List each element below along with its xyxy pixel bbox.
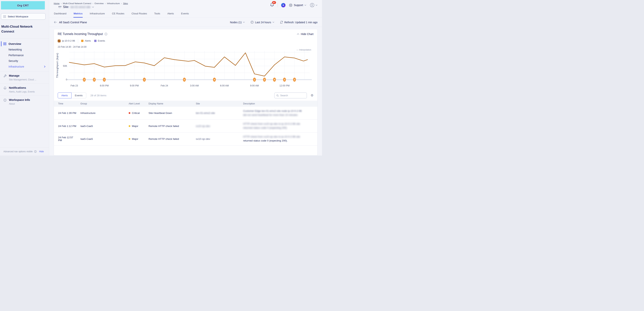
chevron-down-icon [92, 6, 94, 8]
breadcrumb-separator: › [105, 2, 106, 4]
breadcrumb-overview[interactable]: Overview [94, 2, 104, 4]
sidebar-item-label: Networking [8, 48, 22, 51]
ai-assistant-icon[interactable]: ✦ [281, 3, 286, 8]
cell-group: IaaS-CaaS [78, 132, 127, 145]
sidebar-item-infrastructure[interactable]: Infrastructure [0, 64, 49, 70]
items-count: 28 of 28 items [90, 94, 106, 97]
search-icon [276, 94, 279, 97]
gear-icon[interactable]: ⚙ [311, 94, 314, 97]
events-swatch [94, 40, 96, 42]
search-input[interactable] [280, 94, 305, 97]
breadcrumb-sites[interactable]: Sites [123, 2, 128, 4]
back-to-all-saas[interactable]: All SaaS Control Plane [54, 21, 87, 24]
breadcrumb-mcnc[interactable]: Multi-Cloud Network Connect [63, 2, 91, 4]
page-tabs: Dashboard Metrics Infrastructure CE Rout… [49, 10, 322, 18]
column-site[interactable]: Site [194, 101, 241, 107]
tab-metrics[interactable]: Metrics [74, 10, 83, 18]
sidebar-item-security[interactable]: Security [0, 58, 49, 64]
sidebar-item-performance[interactable]: Performance [0, 52, 49, 58]
section-title: Manage [9, 74, 36, 77]
tab-ce-routes[interactable]: CE Routes [112, 10, 124, 18]
svg-text:5: 5 [184, 78, 185, 81]
svg-text:3: 3 [284, 78, 285, 81]
chevron-down-icon [243, 22, 245, 23]
alerts-swatch [81, 40, 84, 42]
site-name-redacted: ten-01-emv2-site [70, 6, 90, 8]
cell-display-name: Remote HTTP check failed [146, 132, 194, 145]
notifications-bell-button[interactable]: 9+ [270, 2, 274, 8]
cell-group: Infrastructure [78, 107, 127, 120]
sidebar-item-overview[interactable]: Overview [0, 41, 49, 47]
cell-time: 24 Feb 1:39 PM [54, 107, 78, 120]
notification-count-badge: 9+ [272, 1, 276, 4]
alerts-tab-button[interactable]: Alerts [58, 92, 72, 98]
sidebar-item-networking[interactable]: Networking [0, 47, 49, 52]
events-tab-button[interactable]: Events [72, 92, 86, 98]
cell-group: IaaS-CaaS [78, 120, 127, 132]
nodes-dropdown[interactable]: Nodes (1) [230, 21, 245, 24]
life-ring-icon [289, 4, 292, 7]
refresh-button[interactable]: Refresh: Updated 1 min ago [280, 20, 318, 24]
active-indicator [1, 41, 2, 46]
select-workspace-label: Select Workspace [8, 15, 28, 18]
legend-node-label: ip-10-0-2-96 [62, 40, 75, 42]
search-box[interactable] [274, 92, 307, 98]
column-group[interactable]: Group [78, 101, 127, 107]
tab-cloud-routes[interactable]: Cloud Routes [131, 10, 147, 18]
metrics-card: RE Tunnels Incoming Throughput Hide Char… [54, 29, 318, 156]
tab-tools[interactable]: Tools [154, 10, 160, 18]
info-icon [34, 150, 37, 153]
grid-dots-icon [3, 15, 6, 18]
chart-title: RE Tunnels Incoming Throughput [58, 32, 103, 36]
arrow-left-icon [54, 21, 57, 24]
node-checkbox[interactable]: ✓ [58, 40, 60, 42]
legend-events[interactable]: Events [94, 40, 105, 42]
site-selector[interactable]: aws Site: ten-01-emv2-site [54, 5, 128, 9]
breadcrumb-home[interactable]: Home [54, 2, 60, 4]
svg-text:1: 1 [254, 78, 255, 81]
sidebar-item-manage[interactable]: Manage Site Management, Cloud ... [0, 71, 49, 84]
svg-text:6:00 PM: 6:00 PM [100, 84, 109, 87]
divider [78, 38, 78, 43]
sidebar-item-notifications[interactable]: Notifications Alerts, Audit Logs, Events [0, 84, 49, 96]
select-workspace-button[interactable]: Select Workspace [1, 13, 46, 20]
cell-display-name: Site Heartbeat Down [146, 107, 194, 120]
column-time[interactable]: Time [54, 101, 78, 107]
clock-icon [250, 20, 254, 24]
user-avatar-menu[interactable] [310, 3, 318, 8]
breadcrumb-separator: › [92, 2, 93, 4]
alerts-events-toggle: Alerts Events [58, 92, 86, 98]
tab-events[interactable]: Events [181, 10, 189, 18]
back-label: All SaaS Control Plane [59, 21, 87, 24]
line-chart[interactable]: 050KFeb 236:00 PM9:00 PMFeb 243:00 AM6:0… [55, 48, 316, 89]
section-subtitle: Site Management, Cloud ... [9, 78, 36, 81]
column-alert-level[interactable]: Alert Level [127, 101, 146, 107]
sidebar-item-workspace-info[interactable]: Workspace Info About [0, 96, 49, 108]
alerts-table: Time Group Alert Level Display Name Site… [54, 101, 317, 146]
table-row[interactable]: 24 Feb 1:39 PM Infrastructure Critical S… [54, 107, 317, 120]
time-range-dropdown[interactable]: Last 24 hours [250, 20, 274, 24]
throughput-chart: --- Interpolation 050KFeb 236:00 PM9:00 … [55, 48, 316, 90]
column-display-name[interactable]: Display Name [146, 101, 194, 107]
info-icon[interactable] [104, 32, 108, 36]
hide-nav-link[interactable]: Hide [39, 150, 44, 153]
hide-chart-button[interactable]: Hide Chart [297, 32, 314, 36]
legend-events-label: Events [98, 40, 105, 42]
table-row[interactable]: 24 Feb 1:12 PM IaaS-CaaS Major Remote HT… [54, 120, 317, 132]
wrench-icon [4, 74, 6, 81]
tab-dashboard[interactable]: Dashboard [54, 10, 66, 18]
cell-alert-level: Critical [132, 112, 140, 114]
app-window: Org CRT Select Workspace Multi-Cloud Net… [0, 0, 322, 156]
breadcrumb-infrastructure[interactable]: Infrastructure [107, 2, 120, 4]
column-description[interactable]: Description [241, 101, 317, 107]
table-row[interactable]: 24 Feb 12:57 PM IaaS-CaaS Major Remote H… [54, 132, 317, 145]
cell-description-redacted: did not send heartbeat for more than 10 … [243, 113, 316, 117]
chevron-down-icon [272, 22, 274, 23]
support-menu[interactable]: Support [289, 4, 306, 7]
legend-alerts[interactable]: Alerts [81, 40, 91, 42]
svg-text:Feb 23: Feb 23 [70, 84, 78, 87]
svg-text:0: 0 [66, 78, 67, 81]
tab-alerts[interactable]: Alerts [167, 10, 174, 18]
alert-level-dot [129, 112, 130, 114]
tab-infrastructure[interactable]: Infrastructure [90, 10, 105, 18]
